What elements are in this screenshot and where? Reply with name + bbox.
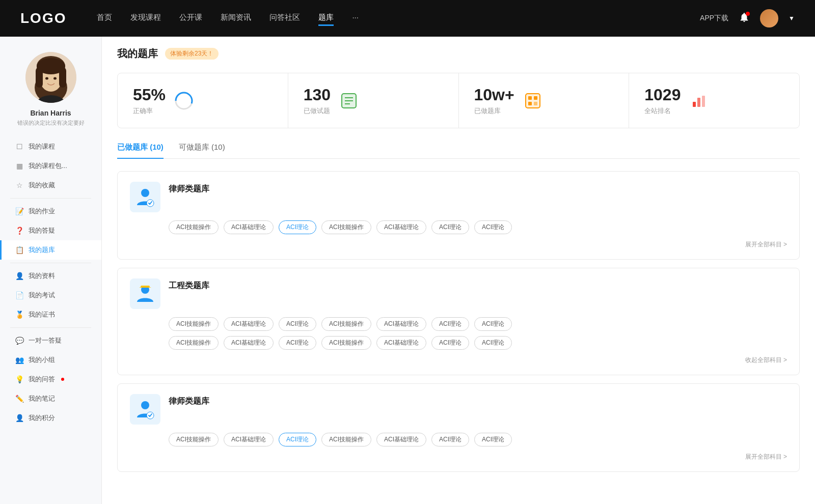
sidebar-item-label: 我的证书 [29,310,55,319]
tag-2-6[interactable]: ACI理论 [474,433,512,446]
tag-2-3[interactable]: ACI技能操作 [321,433,371,446]
sidebar-item-mygroup[interactable]: 👥 我的小组 [0,350,101,370]
tag-0-4[interactable]: ACI基础理论 [376,220,426,234]
sidebar-item-label: 我的资料 [29,271,55,281]
tag-2-0[interactable]: ACI技能操作 [169,433,219,446]
nav-item-discover[interactable]: 发现课程 [130,11,161,26]
expand-link-0[interactable]: 展开全部科目 > [745,240,787,249]
lawyer-person-icon-2 [134,398,156,421]
tag-0-1[interactable]: ACI基础理论 [224,220,274,234]
tag-1a-4[interactable]: ACI基础理论 [376,317,426,331]
svg-point-31 [141,401,149,409]
tag-2-5[interactable]: ACI理论 [431,433,469,446]
sidebar-item-homework[interactable]: 📝 我的作业 [0,202,101,221]
qbank-header-2: 律师类题库 [130,394,787,425]
expand-link-1[interactable]: 收起全部科目 > [745,356,787,365]
tag-1a-6[interactable]: ACI理论 [474,317,512,331]
tag-0-3[interactable]: ACI技能操作 [321,220,371,234]
stat-label-rank: 全站排名 [644,106,681,116]
tag-0-5[interactable]: ACI理论 [431,220,469,234]
tag-1a-5[interactable]: ACI理论 [431,317,469,331]
qbank-card-0: 律师类题库 ACI技能操作 ACI基础理论 ACI理论 ACI技能操作 ACI基… [117,171,800,260]
page-title: 我的题库 [117,47,158,61]
tag-2-4[interactable]: ACI基础理论 [376,433,426,446]
tag-1b-0[interactable]: ACI技能操作 [169,336,219,350]
tag-2-2[interactable]: ACI理论 [279,433,316,446]
sidebar-item-myexam[interactable]: 📄 我的考试 [0,286,101,305]
sidebar-item-qbank[interactable]: 📋 我的题库 [0,240,101,260]
qbank-card-1: 工程类题库 ACI技能操作 ACI基础理论 ACI理论 ACI技能操作 ACI基… [117,268,800,375]
tag-1b-3[interactable]: ACI技能操作 [321,336,371,350]
user-avatar[interactable] [760,9,778,27]
lawyer-person-icon [134,186,156,208]
nav-item-opencourse[interactable]: 公开课 [179,11,202,26]
coursepack-icon: ▦ [15,162,23,170]
sidebar-item-mydata[interactable]: 👤 我的资料 [0,266,101,286]
nav-item-home[interactable]: 首页 [97,11,112,26]
sidebar-item-myqa[interactable]: ❓ 我的答疑 [0,221,101,240]
sidebar-item-mynotes[interactable]: ✏️ 我的笔记 [0,389,101,408]
tag-1b-2[interactable]: ACI理论 [279,336,316,350]
tag-1a-2[interactable]: ACI理论 [279,317,316,331]
user-menu-chevron[interactable]: ▼ [789,15,795,22]
tag-1a-0[interactable]: ACI技能操作 [169,317,219,331]
mydata-icon: 👤 [15,272,23,280]
svg-rect-22 [528,102,532,105]
expand-link-2[interactable]: 展开全部科目 > [745,453,787,461]
tags-row-1b: ACI技能操作 ACI基础理论 ACI理论 ACI技能操作 ACI基础理论 AC… [169,336,787,350]
sidebar-item-label: 我的小组 [29,355,55,365]
sidebar-item-myqanda[interactable]: 💡 我的问答 [0,370,101,389]
tag-1a-3[interactable]: ACI技能操作 [321,317,371,331]
mycert-icon: 🏅 [15,311,23,319]
qbank-header-0: 律师类题库 [130,182,787,212]
tag-0-2[interactable]: ACI理论 [279,220,316,234]
myqanda-icon: 💡 [15,375,23,383]
done-banks-icon [523,91,543,111]
sidebar-item-label: 我的答疑 [29,226,55,235]
svg-point-7 [45,77,48,80]
nav-item-qbank[interactable]: 题库 [318,11,334,26]
tag-1b-1[interactable]: ACI基础理论 [224,336,274,350]
pie-chart-icon [175,92,193,110]
sidebar-item-mypoints[interactable]: 👤 我的积分 [0,408,101,428]
sidebar-avatar [25,52,76,103]
tag-0-6[interactable]: ACI理论 [474,220,512,234]
sidebar-item-favorites[interactable]: ☆ 我的收藏 [0,176,101,195]
stat-card-accuracy: 55% 正确率 [118,73,288,128]
tab-todo-banks[interactable]: 可做题库 (10) [179,143,225,158]
sidebar-item-mycourse[interactable]: ☐ 我的课程 [0,137,101,156]
stat-label-done-questions: 已做试题 [304,106,331,116]
tag-1a-1[interactable]: ACI基础理论 [224,317,274,331]
tag-2-1[interactable]: ACI基础理论 [224,433,274,446]
tag-1b-4[interactable]: ACI基础理论 [376,336,426,350]
tag-0-0[interactable]: ACI技能操作 [169,220,219,234]
oneone-icon: 💬 [15,337,23,345]
qbank-icon-2 [130,394,160,425]
sidebar-item-mycert[interactable]: 🏅 我的证书 [0,305,101,324]
qbank-icon: 📋 [15,246,23,254]
sidebar-item-coursepack[interactable]: ▦ 我的课程包... [0,156,101,176]
sidebar-item-label: 我的考试 [29,291,55,300]
nav-item-qa[interactable]: 问答社区 [269,11,300,26]
nav-item-more[interactable]: ··· [352,11,359,26]
sidebar-item-label: 我的作业 [29,207,55,216]
sidebar-item-label: 我的问答 [29,375,55,384]
tag-1b-5[interactable]: ACI理论 [431,336,469,350]
stat-text-accuracy: 55% 正确率 [133,86,166,116]
accuracy-icon [174,91,194,111]
tag-1b-6[interactable]: ACI理论 [474,336,512,350]
stat-text-rank: 1029 全站排名 [644,86,681,116]
sidebar-item-oneone[interactable]: 💬 一对一答疑 [0,331,101,350]
nav-menu: 首页 发现课程 公开课 新闻资讯 问答社区 题库 ··· [97,11,700,26]
app-download-button[interactable]: APP下载 [700,14,728,23]
sidebar-item-label: 我的收藏 [29,181,55,190]
svg-point-8 [53,77,57,80]
sidebar: Brian Harris 错误的决定比没有决定要好 ☐ 我的课程 ▦ 我的课程包… [0,37,102,504]
notification-bell[interactable] [739,12,750,25]
nav-item-news[interactable]: 新闻资讯 [221,11,251,26]
tab-done-banks[interactable]: 已做题库 (10) [117,143,164,158]
card-footer-0: 展开全部科目 > [130,240,787,249]
sidebar-user-name: Brian Harris [30,109,71,117]
stats-row: 55% 正确率 130 已做试题 [117,73,800,128]
page-header: 我的题库 体验剩余23天！ [117,47,800,61]
